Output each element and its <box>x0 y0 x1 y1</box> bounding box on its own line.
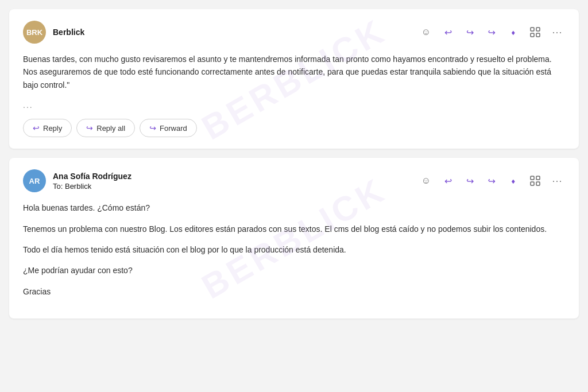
email-header-berblick: BRK Berblick ☺ ↩ ↪ ↩ ⬧ ⋯ <box>23 21 565 44</box>
avatar-ar: AR <box>23 169 46 192</box>
more-icon[interactable]: ⋯ <box>549 24 565 40</box>
reply-icon[interactable]: ↩ <box>440 24 456 40</box>
paragraph-5: Gracias <box>23 285 565 298</box>
header-actions: ☺ ↩ ↪ ↩ ⬧ ⋯ <box>418 24 565 40</box>
reply-all-icon-2[interactable]: ↪ <box>462 173 478 189</box>
avatar: BRK <box>23 21 46 44</box>
reply-all-button[interactable]: ↪ Reply all <box>76 119 135 137</box>
header-actions-ana: ☺ ↩ ↪ ↩ ⬧ ⋯ <box>418 173 565 189</box>
eraser-icon[interactable]: ⬧ <box>505 24 521 40</box>
sender-name-ana: Ana Sofía Rodríguez <box>53 172 131 181</box>
more-icon-2[interactable]: ⋯ <box>549 173 565 189</box>
grid-icon-2[interactable] <box>527 173 543 189</box>
email-card-berblick: BERBLICK BRK Berblick ☺ ↩ ↪ ↩ ⬧ ⋯ <box>9 9 579 149</box>
reply-btn-icon: ↩ <box>33 123 40 133</box>
email-body-ana: Hola buenas tardes. ¿Cómo están? Tenemos… <box>23 201 565 298</box>
email-header-ana: AR Ana Sofía Rodríguez To: Berblick ☺ ↩ … <box>23 169 565 192</box>
paragraph-4: ¿Me podrían ayudar con esto? <box>23 264 565 277</box>
sender-info: Ana Sofía Rodríguez To: Berblick <box>53 172 131 191</box>
svg-rect-1 <box>536 28 540 31</box>
reply-button[interactable]: ↩ Reply <box>23 119 72 137</box>
eraser-icon-2[interactable]: ⬧ <box>505 173 521 189</box>
forward-icon-2[interactable]: ↩ <box>483 173 500 189</box>
email-header-left-ana: AR Ana Sofía Rodríguez To: Berblick <box>23 169 131 192</box>
emoji-icon[interactable]: ☺ <box>418 24 434 40</box>
email-header-left: BRK Berblick <box>23 21 84 44</box>
reply-all-icon[interactable]: ↪ <box>462 24 478 40</box>
svg-rect-3 <box>536 33 540 37</box>
svg-rect-6 <box>531 182 534 185</box>
paragraph-1: Hola buenas tardes. ¿Cómo están? <box>23 201 565 214</box>
svg-rect-7 <box>536 182 540 185</box>
paragraph-3: Todo el día hemos tenido está situación … <box>23 243 565 256</box>
reply-all-btn-icon: ↪ <box>86 123 93 133</box>
email-card-ana: BERBLICK AR Ana Sofía Rodríguez To: Berb… <box>9 158 579 319</box>
forward-icon[interactable]: ↩ <box>483 24 500 40</box>
svg-rect-5 <box>536 176 540 180</box>
grid-icon[interactable] <box>527 24 543 40</box>
paragraph-2: Tenemos un problema con nuestro Blog. Lo… <box>23 223 565 235</box>
svg-rect-0 <box>531 28 534 31</box>
svg-rect-2 <box>531 33 534 37</box>
forward-button[interactable]: ↩ Forward <box>140 119 197 137</box>
reply-actions: ↩ Reply ↪ Reply all ↩ Forward <box>23 119 565 137</box>
sender-name: Berblick <box>53 28 84 37</box>
email-body-berblick: Buenas tardes, con mucho gusto revisarem… <box>23 53 565 91</box>
email-to: To: Berblick <box>53 182 131 191</box>
svg-rect-4 <box>531 176 534 180</box>
emoji-icon-2[interactable]: ☺ <box>418 173 434 189</box>
ellipsis-expand[interactable]: ... <box>23 100 565 110</box>
reply-icon-2[interactable]: ↩ <box>440 173 456 189</box>
forward-btn-icon: ↩ <box>149 123 156 133</box>
